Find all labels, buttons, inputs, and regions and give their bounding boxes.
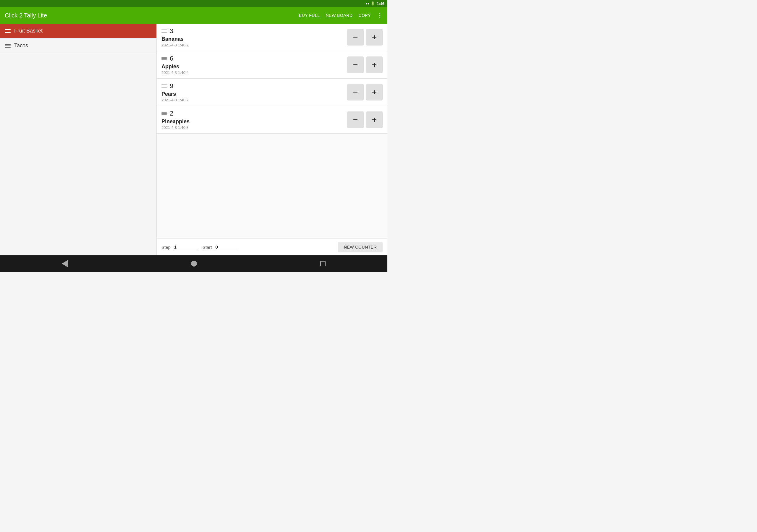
back-icon bbox=[62, 260, 68, 267]
counter-item-pineapples: 2 Pineapples 2021-4-3 1:40:8 − + bbox=[157, 106, 387, 133]
app-title: Click 2 Tally Lite bbox=[5, 12, 294, 19]
sidebar-item-tacos[interactable]: Tacos bbox=[0, 39, 156, 53]
step-field: Step bbox=[162, 244, 197, 250]
decrement-bananas-button[interactable]: − bbox=[347, 29, 364, 45]
sidebar-item-label-tacos: Tacos bbox=[14, 43, 28, 49]
step-input[interactable] bbox=[173, 244, 197, 250]
counter-value-apples: 6 bbox=[170, 55, 173, 62]
counter-value-bananas: 3 bbox=[170, 27, 173, 35]
content-area: 3 Bananas 2021-4-3 1:40:2 − + bbox=[157, 24, 387, 255]
sidebar: Fruit Basket Tacos bbox=[0, 24, 157, 255]
sidebar-item-label-fruit-basket: Fruit Basket bbox=[14, 28, 43, 34]
drag-handle-apples bbox=[162, 57, 167, 60]
status-icons: ▾▾ 🔋 bbox=[366, 1, 375, 6]
more-options-button[interactable]: ⋮ bbox=[377, 12, 383, 19]
counter-controls-pears: − + bbox=[347, 84, 383, 101]
nav-bar bbox=[0, 255, 387, 272]
counter-name-pineapples: Pineapples bbox=[162, 119, 347, 125]
drag-handle-pears bbox=[162, 84, 167, 87]
decrement-pears-button[interactable]: − bbox=[347, 84, 364, 101]
home-icon bbox=[191, 261, 197, 267]
counter-timestamp-apples: 2021-4-3 1:40:4 bbox=[162, 70, 347, 75]
battery-icon: 🔋 bbox=[371, 1, 375, 6]
counter-header-apples: 6 bbox=[162, 55, 347, 62]
wifi-icon: ▾▾ bbox=[366, 1, 369, 6]
start-field: Start bbox=[202, 244, 238, 250]
counter-controls-apples: − + bbox=[347, 56, 383, 73]
start-label: Start bbox=[202, 245, 212, 250]
counter-list: 3 Bananas 2021-4-3 1:40:2 − + bbox=[157, 24, 387, 239]
counter-value-pears: 9 bbox=[170, 82, 173, 90]
counter-item-bananas: 3 Bananas 2021-4-3 1:40:2 − + bbox=[157, 24, 387, 51]
drag-icon-tacos bbox=[5, 44, 11, 47]
counter-timestamp-pears: 2021-4-3 1:40:7 bbox=[162, 98, 347, 102]
nav-recents-button[interactable] bbox=[320, 261, 325, 266]
counter-info-pears: 9 Pears 2021-4-3 1:40:7 bbox=[162, 82, 347, 102]
counter-timestamp-bananas: 2021-4-3 1:40:2 bbox=[162, 43, 347, 47]
new-board-button[interactable]: NEW BOARD bbox=[325, 13, 352, 18]
drag-handle-bananas bbox=[162, 30, 167, 33]
increment-pears-button[interactable]: + bbox=[366, 84, 383, 101]
counter-info-bananas: 3 Bananas 2021-4-3 1:40:2 bbox=[162, 27, 347, 47]
counter-info-pineapples: 2 Pineapples 2021-4-3 1:40:8 bbox=[162, 110, 347, 130]
counter-name-apples: Apples bbox=[162, 64, 347, 70]
step-label: Step bbox=[162, 245, 170, 250]
counter-timestamp-pineapples: 2021-4-3 1:40:8 bbox=[162, 125, 347, 130]
increment-pineapples-button[interactable]: + bbox=[366, 111, 383, 128]
bottom-bar: Step Start NEW COUNTER bbox=[157, 239, 387, 255]
nav-home-button[interactable] bbox=[191, 261, 197, 267]
counter-controls-bananas: − + bbox=[347, 29, 383, 45]
counter-name-bananas: Bananas bbox=[162, 36, 347, 42]
counter-name-pears: Pears bbox=[162, 91, 347, 97]
drag-handle-pineapples bbox=[162, 112, 167, 115]
copy-button[interactable]: COPY bbox=[358, 13, 371, 18]
status-time: 1:46 bbox=[377, 1, 384, 6]
app-bar: Click 2 Tally Lite BUY FULL NEW BOARD CO… bbox=[0, 7, 387, 24]
counter-header-pears: 9 bbox=[162, 82, 347, 90]
increment-bananas-button[interactable]: + bbox=[366, 29, 383, 45]
counter-header-pineapples: 2 bbox=[162, 110, 347, 117]
start-input[interactable] bbox=[214, 244, 238, 250]
counter-item-apples: 6 Apples 2021-4-3 1:40:4 − + bbox=[157, 51, 387, 79]
app-bar-actions: BUY FULL NEW BOARD COPY ⋮ bbox=[299, 12, 383, 19]
recents-icon bbox=[320, 261, 325, 266]
counter-header-bananas: 3 bbox=[162, 27, 347, 35]
buy-full-button[interactable]: BUY FULL bbox=[299, 13, 320, 18]
increment-apples-button[interactable]: + bbox=[366, 56, 383, 73]
decrement-apples-button[interactable]: − bbox=[347, 56, 364, 73]
status-bar: ▾▾ 🔋 1:46 bbox=[0, 0, 387, 7]
drag-icon-fruit-basket bbox=[5, 29, 11, 33]
counter-info-apples: 6 Apples 2021-4-3 1:40:4 bbox=[162, 55, 347, 75]
counter-item-pears: 9 Pears 2021-4-3 1:40:7 − + bbox=[157, 79, 387, 106]
counter-controls-pineapples: − + bbox=[347, 111, 383, 128]
new-counter-button[interactable]: NEW COUNTER bbox=[338, 242, 383, 252]
nav-back-button[interactable] bbox=[62, 260, 68, 267]
decrement-pineapples-button[interactable]: − bbox=[347, 111, 364, 128]
counter-value-pineapples: 2 bbox=[170, 110, 173, 117]
sidebar-item-fruit-basket[interactable]: Fruit Basket bbox=[0, 24, 156, 39]
main-layout: Fruit Basket Tacos 3 Bananas bbox=[0, 24, 387, 255]
